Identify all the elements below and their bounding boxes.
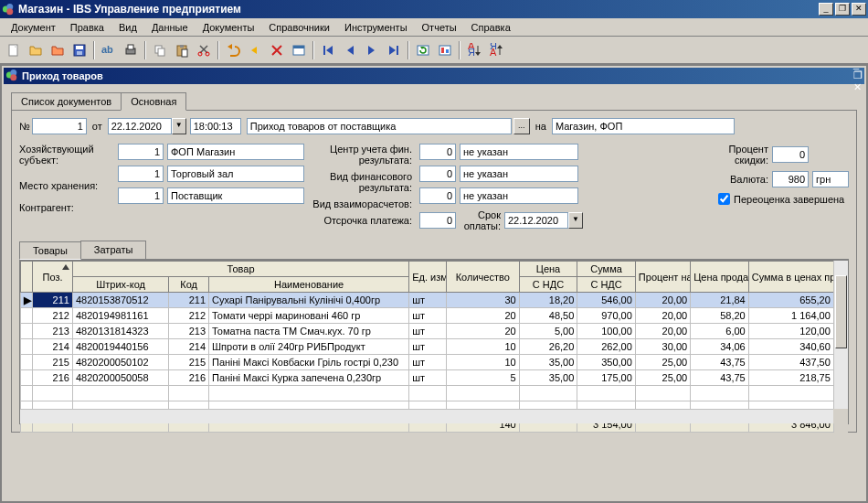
child-restore-button[interactable]: ❐ <box>853 70 863 81</box>
col-pos[interactable]: Поз. <box>33 262 73 293</box>
col-code[interactable]: Код <box>169 277 209 293</box>
export-icon[interactable] <box>435 40 455 60</box>
store-code[interactable] <box>118 166 164 182</box>
close-button[interactable]: ✕ <box>852 3 866 16</box>
prev-icon[interactable] <box>340 40 360 60</box>
svg-marker-35 <box>475 52 481 56</box>
settle-name[interactable] <box>460 187 578 204</box>
subject-label: Хозяйствующий субъект: <box>19 144 111 166</box>
settle-code[interactable] <box>419 187 456 204</box>
table-row[interactable]: 2124820194981161212Томати черрі маринова… <box>21 308 849 324</box>
save-icon[interactable] <box>69 40 90 60</box>
first-icon[interactable] <box>318 40 338 60</box>
menu-data[interactable]: Данные <box>144 20 196 35</box>
table-row-empty <box>21 386 849 401</box>
refresh-icon[interactable] <box>413 40 433 60</box>
doc-time-input[interactable] <box>190 118 241 134</box>
contr-name[interactable] <box>167 187 304 204</box>
date-dropdown-icon[interactable]: ▼ <box>172 118 186 134</box>
disc-input[interactable] <box>772 146 809 163</box>
table-row[interactable]: 2164820200050058216Паніні Максі Курка за… <box>21 370 849 386</box>
delete-icon[interactable] <box>267 40 287 60</box>
org-input[interactable] <box>552 118 735 134</box>
curr-code[interactable] <box>772 171 809 187</box>
maximize-button[interactable]: ❐ <box>835 3 850 16</box>
child-minimize-button[interactable]: _ <box>853 59 863 70</box>
paste-icon[interactable] <box>172 40 192 60</box>
fincenter-name[interactable] <box>460 144 578 160</box>
col-sum[interactable]: Сумма <box>577 262 636 277</box>
sort-desc-icon[interactable]: ЯA <box>486 40 506 60</box>
finres-name[interactable] <box>460 166 578 182</box>
finres-code[interactable] <box>419 166 456 182</box>
doc-no-input[interactable] <box>32 118 87 134</box>
new-doc-icon[interactable] <box>4 40 24 60</box>
doc-panel: № от ▼ ... на Хозяйствующий субъект: Мес… <box>11 110 857 433</box>
col-price[interactable]: Цена <box>519 262 577 277</box>
sort-asc-icon[interactable]: AЯ <box>464 40 484 60</box>
menu-help[interactable]: Справка <box>464 20 518 35</box>
cut-icon[interactable] <box>194 40 214 60</box>
col-markup[interactable]: Процент наценки <box>635 262 690 293</box>
last-icon[interactable] <box>384 40 404 60</box>
svg-rect-15 <box>182 49 187 57</box>
contr-code[interactable] <box>118 187 164 204</box>
tab-costs[interactable]: Затраты <box>80 241 147 259</box>
store-name[interactable] <box>167 166 304 182</box>
find-icon[interactable]: ab <box>99 40 119 60</box>
close-doc-icon[interactable] <box>48 40 68 60</box>
col-qty[interactable]: Количество <box>446 262 519 293</box>
menu-documents[interactable]: Документы <box>196 20 262 35</box>
col-product[interactable]: Товар <box>72 262 408 277</box>
defer-input[interactable] <box>419 212 456 229</box>
col-marker[interactable] <box>21 262 33 293</box>
print-icon[interactable] <box>121 40 141 60</box>
menu-document[interactable]: Документ <box>4 20 63 35</box>
menu-tools[interactable]: Инструменты <box>337 20 415 35</box>
col-price2[interactable]: С НДС <box>519 277 577 293</box>
col-barcode[interactable]: Штрих-код <box>72 277 168 293</box>
menu-ref[interactable]: Справочники <box>261 20 337 35</box>
settle-label: Вид взаиморасчетов: <box>312 198 412 209</box>
table-row[interactable]: ▶2114820153870512211Сухарі Панірувальні … <box>21 293 849 308</box>
undo-icon[interactable] <box>223 40 243 60</box>
child-close-button[interactable]: ✕ <box>853 81 863 93</box>
child-app-icon <box>5 69 18 83</box>
doc-date-input[interactable] <box>108 118 172 134</box>
svg-marker-27 <box>389 46 396 55</box>
menu-edit[interactable]: Правка <box>63 20 111 35</box>
subject-name[interactable] <box>167 144 304 160</box>
table-row[interactable]: 2154820200050102215Паніні Максі Ковбаски… <box>21 355 849 370</box>
col-saletot[interactable]: Сумма в ценах продажи <box>748 262 833 293</box>
due-dropdown-icon[interactable]: ▼ <box>568 212 583 229</box>
curr-name[interactable] <box>812 171 849 187</box>
copy-icon[interactable] <box>150 40 170 60</box>
doc-type-input[interactable] <box>247 118 512 134</box>
fincenter-code[interactable] <box>419 144 456 160</box>
table-row[interactable]: 2134820131814323213Томатна паста ТМ Смач… <box>21 324 849 339</box>
open-icon[interactable] <box>26 40 46 60</box>
minimize-button[interactable]: _ <box>819 3 833 16</box>
col-sale[interactable]: Цена продажи <box>691 262 749 293</box>
grid-hscroll[interactable] <box>20 409 833 423</box>
redo-icon[interactable] <box>245 40 265 60</box>
repriced-checkbox[interactable] <box>718 193 730 205</box>
col-name[interactable]: Наименование <box>209 277 409 293</box>
tab-main[interactable]: Основная <box>121 92 186 111</box>
menu-view[interactable]: Вид <box>111 20 144 35</box>
grid-vscroll[interactable] <box>833 261 848 409</box>
tab-goods[interactable]: Товары <box>19 241 81 260</box>
tab-list[interactable]: Список документов <box>11 92 122 110</box>
subject-code[interactable] <box>118 144 164 160</box>
next-icon[interactable] <box>362 40 382 60</box>
due-input[interactable] <box>504 212 568 229</box>
window-icon[interactable] <box>289 40 309 60</box>
col-sum2[interactable]: С НДС <box>577 277 636 293</box>
col-unit[interactable]: Ед. изм. <box>409 262 447 293</box>
table-row[interactable]: 2144820019440156214Шпроти в олії 240гр Р… <box>21 339 849 355</box>
finres-label: Вид финансового результата: <box>312 171 412 193</box>
svg-rect-32 <box>446 49 449 53</box>
menu-reports[interactable]: Отчеты <box>415 20 464 35</box>
repriced-label: Переоценка завершена <box>734 194 844 205</box>
doc-type-lookup[interactable]: ... <box>513 118 530 134</box>
